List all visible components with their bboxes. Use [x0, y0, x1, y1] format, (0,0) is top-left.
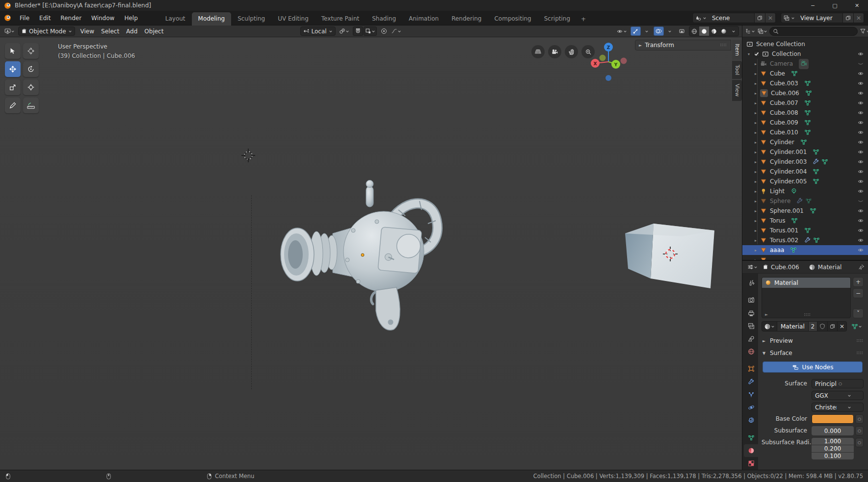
pin-icon[interactable]	[858, 264, 865, 270]
menu-help[interactable]: Help	[120, 13, 142, 23]
viewport-menu-object[interactable]: Object	[141, 27, 167, 36]
outliner-root-scene-collection[interactable]: Scene Collection	[742, 39, 868, 49]
xray-toggle[interactable]	[677, 26, 687, 36]
add-slot-button[interactable]: +	[853, 277, 864, 287]
workspace-tab-texture-paint[interactable]: Texture Paint	[315, 12, 366, 25]
list-grip-icon[interactable]	[804, 313, 811, 316]
remove-slot-button[interactable]: −	[853, 288, 864, 298]
workspace-tab-animation[interactable]: Animation	[402, 12, 445, 25]
overlays-toggle[interactable]	[654, 26, 664, 36]
vector-component-field[interactable]: 1.000	[812, 438, 854, 445]
transform-panel-header[interactable]: ► Transform	[635, 40, 731, 51]
vector-component-field[interactable]: 0.200	[812, 445, 854, 452]
slot-specials-button[interactable]: ˅	[853, 308, 864, 318]
outliner-item-light[interactable]: ▸Light	[742, 186, 868, 196]
animate-dot-icon[interactable]: ○	[839, 381, 860, 386]
gizmos-toggle[interactable]	[631, 26, 641, 36]
gizmos-dropdown[interactable]	[641, 26, 652, 36]
outliner-item-camera[interactable]: ▸Camera	[742, 59, 868, 69]
outliner-item-cylinder-003[interactable]: ▸Cylinder.003	[742, 157, 868, 167]
menu-file[interactable]: File	[15, 13, 34, 23]
expand-arrow-icon[interactable]: ▸	[753, 248, 758, 253]
cursor-tool-button[interactable]	[23, 43, 39, 59]
outliner-item-cube-006[interactable]: ▸Cube.006	[742, 88, 868, 98]
outliner-view-layer-dropdown[interactable]	[757, 26, 767, 36]
view-layer-browse-button[interactable]	[781, 13, 797, 23]
properties-tab-modifiers[interactable]	[744, 376, 758, 388]
visibility-dropdown[interactable]	[615, 26, 629, 36]
outliner-item-cube-008[interactable]: ▸Cube.008	[742, 108, 868, 118]
animate-button[interactable]: ○	[855, 438, 864, 447]
workspace-tab-rendering[interactable]: Rendering	[445, 12, 488, 25]
orientation-dropdown[interactable]: Local	[300, 26, 336, 36]
outliner-item-cube-007[interactable]: ▸Cube.007	[742, 98, 868, 108]
scale-tool-button[interactable]	[5, 79, 21, 95]
sidebar-tab-tool[interactable]: Tool	[732, 61, 742, 79]
menu-edit[interactable]: Edit	[35, 13, 55, 23]
outliner-item-cube-010[interactable]: ▸Cube.010	[742, 127, 868, 137]
properties-tab-world[interactable]	[744, 345, 758, 358]
number-field[interactable]: 0.000	[812, 426, 854, 435]
move-tool-button[interactable]	[5, 61, 21, 77]
workspace-tab-modeling[interactable]: Modeling	[192, 12, 232, 25]
expand-arrow-icon[interactable]: ▸	[753, 81, 758, 86]
panel-grip-icon[interactable]	[857, 339, 864, 342]
outliner-item-torus-001[interactable]: ▸Torus.001	[742, 226, 868, 235]
new-material-button[interactable]	[827, 322, 837, 331]
expand-arrow-icon[interactable]: ▸	[753, 72, 758, 76]
select-christensen-bu-[interactable]: Christensen-Bu..	[812, 403, 864, 412]
shading-dropdown[interactable]	[729, 26, 738, 36]
expand-arrow-icon[interactable]: ▸	[753, 130, 758, 135]
outliner-item-cylinder-005[interactable]: ▸Cylinder.005	[742, 177, 868, 186]
properties-tab-constraints[interactable]	[744, 414, 758, 427]
unlink-material-button[interactable]: ✕	[837, 322, 846, 331]
browse-material-button[interactable]	[762, 322, 777, 331]
minimize-button[interactable]: ─	[802, 0, 824, 11]
workspace-tab-shading[interactable]: Shading	[366, 12, 402, 25]
breadcrumb-data[interactable]: Material	[818, 264, 842, 271]
scene-browse-button[interactable]	[693, 13, 709, 23]
outliner-item-cylinder[interactable]: ▸Cylinder	[742, 137, 868, 147]
panel-grip-icon[interactable]	[857, 352, 864, 355]
rotate-tool-button[interactable]	[23, 61, 39, 77]
shading-wireframe-button[interactable]	[689, 26, 699, 36]
material-users-count[interactable]: 2	[808, 322, 817, 331]
blender-logo-icon[interactable]	[4, 14, 11, 22]
material-slot-list[interactable]: Material ►	[762, 277, 851, 318]
viewport-menu-add[interactable]: Add	[123, 27, 141, 36]
properties-tab-material[interactable]	[744, 444, 758, 457]
shading-solid-button[interactable]	[699, 26, 709, 36]
outliner-item-sphere[interactable]: ▸Sphere	[742, 196, 868, 206]
workspace-tab-scripting[interactable]: Scripting	[538, 12, 577, 25]
perspective-button[interactable]	[531, 45, 545, 58]
properties-editor-type-button[interactable]	[746, 262, 759, 272]
expand-arrow-icon[interactable]: ▸	[753, 179, 758, 184]
material-name-field[interactable]: Material	[777, 322, 808, 331]
proportional-edit-toggle[interactable]	[379, 26, 389, 36]
overlays-dropdown[interactable]	[664, 26, 675, 36]
surface-shader-menu[interactable]: Principled BS..○	[812, 379, 864, 388]
menu-render[interactable]: Render	[56, 13, 86, 23]
expand-arrow-icon[interactable]: ▸	[753, 121, 758, 125]
mode-dropdown[interactable]: Object Mode	[18, 26, 75, 36]
outliner-item-torus[interactable]: ▸Torus	[742, 216, 868, 226]
add-workspace-button[interactable]: +	[577, 13, 590, 25]
expand-arrow-icon[interactable]: ▸	[753, 111, 758, 115]
select-box-tool-button[interactable]	[5, 43, 21, 59]
measure-tool-button[interactable]	[23, 98, 39, 113]
menu-window[interactable]: Window	[87, 13, 119, 23]
outliner-item-torus-002[interactable]: ▸Torus.002	[742, 235, 868, 245]
preview-panel-header[interactable]: ► Preview	[762, 335, 864, 346]
expand-arrow-icon[interactable]: ▸	[753, 238, 758, 243]
pivot-dropdown[interactable]	[338, 26, 351, 36]
outliner-item-cube-009[interactable]: ▸Cube.009	[742, 118, 868, 127]
outliner-item-cylinder-004[interactable]: ▸Cylinder.004	[742, 167, 868, 177]
navigation-gizmo[interactable]: Z X Y	[589, 41, 630, 86]
workspace-tab-compositing[interactable]: Compositing	[488, 12, 537, 25]
shading-rendered-button[interactable]	[719, 26, 729, 36]
cube-model[interactable]	[623, 220, 717, 291]
pan-button[interactable]	[565, 45, 578, 58]
breadcrumb-object[interactable]: Cube.006	[771, 264, 799, 271]
expand-arrow-icon[interactable]: ▸	[753, 160, 758, 164]
expand-arrow-icon[interactable]: ▸	[753, 62, 758, 66]
